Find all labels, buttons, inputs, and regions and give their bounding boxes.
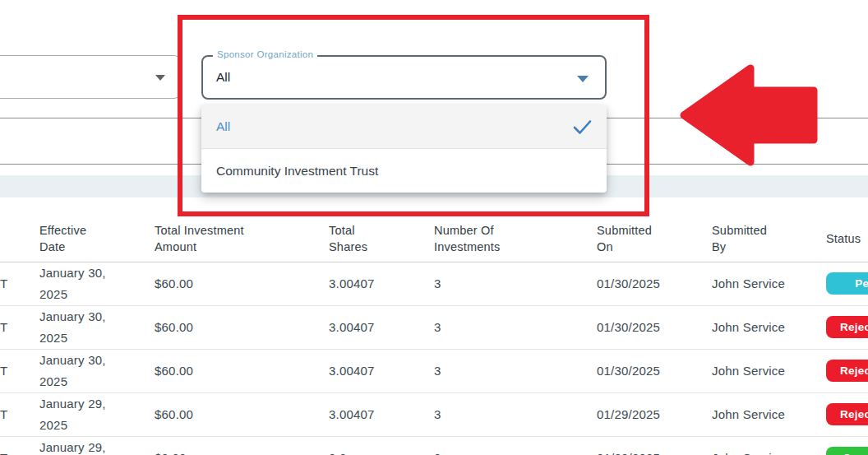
cell-number-of-investments: 0 <box>434 436 597 455</box>
column-header-organization <box>0 216 39 262</box>
cell-submitted-by: John Service <box>712 392 826 436</box>
cell-organization: T <box>0 349 39 392</box>
column-header-total-shares: Total Shares <box>329 216 434 262</box>
cell-organization: T <box>0 305 39 349</box>
cell-number-of-investments: 3 <box>434 392 597 436</box>
column-header-number-of-investments: Number Of Investments <box>434 216 597 262</box>
cell-total-shares: 3.00407 <box>329 392 434 436</box>
table-row[interactable]: T January 30, 2025 $60.00 3.00407 3 01/3… <box>0 305 868 349</box>
cell-number-of-investments: 3 <box>434 262 597 305</box>
cell-number-of-investments: 3 <box>434 305 597 349</box>
table-row[interactable]: T January 29, 2025 $60.00 3.00407 3 01/2… <box>0 392 868 436</box>
chevron-down-icon <box>577 76 589 82</box>
cell-organization: T <box>0 262 39 305</box>
menu-item-community-investment-trust[interactable]: Community Investment Trust <box>201 149 607 193</box>
cell-submitted-by: John Service <box>712 262 826 305</box>
sponsor-organization-select[interactable]: Sponsor Organization All <box>201 55 607 100</box>
cell-effective-date: January 30, 2025 <box>39 305 155 349</box>
table-header-row: Effective Date Total Investment Amount T… <box>0 216 868 262</box>
status-badge: Rejected <box>826 316 868 338</box>
menu-item-label: Community Investment Trust <box>216 164 378 179</box>
checkmark-icon <box>573 119 592 135</box>
table-row[interactable]: T January 30, 2025 $60.00 3.00407 3 01/3… <box>0 349 868 392</box>
column-header-submitted-on: Submitted On <box>597 216 712 262</box>
cell-status: Rejected <box>826 349 868 392</box>
menu-item-label: All <box>216 119 230 134</box>
column-header-effective-date: Effective Date <box>39 216 155 262</box>
cell-total-investment-amount: $0.00 <box>155 436 329 455</box>
cell-total-investment-amount: $60.00 <box>155 305 329 349</box>
investments-table: Effective Date Total Investment Amount T… <box>0 216 868 455</box>
status-badge: Completed <box>826 447 868 455</box>
status-badge: Pending <box>826 272 868 295</box>
status-badge: Rejected <box>826 403 868 425</box>
sponsor-organization-value: All <box>216 70 230 85</box>
page: Effective Date Total Investment Amount T… <box>0 0 868 455</box>
menu-item-all[interactable]: All <box>201 105 607 149</box>
cell-submitted-on: 01/30/2025 <box>597 305 712 349</box>
cell-status: Pending <box>826 262 868 305</box>
cell-total-investment-amount: $60.00 <box>155 392 329 436</box>
cell-status: Rejected <box>826 305 868 349</box>
cell-organization: T <box>0 436 39 455</box>
table-row[interactable]: T January 29, 2025 $0.00 0.2 0 01/29/202… <box>0 436 868 455</box>
cell-total-shares: 0.2 <box>329 436 434 455</box>
cell-submitted-on: 01/29/2025 <box>597 392 712 436</box>
column-header-submitted-by: Submitted By <box>712 216 826 262</box>
cell-total-shares: 3.00407 <box>329 262 434 305</box>
cell-submitted-by: John Service <box>712 305 826 349</box>
table-row[interactable]: T January 30, 2025 $60.00 3.00407 3 01/3… <box>0 262 868 305</box>
cell-effective-date: January 29, 2025 <box>39 392 155 436</box>
cell-organization: T <box>0 392 39 436</box>
annotation-arrow-left-icon <box>677 62 820 169</box>
cell-submitted-on: 01/29/2025 <box>597 436 712 455</box>
cell-total-shares: 3.00407 <box>329 349 434 392</box>
cell-total-investment-amount: $60.00 <box>155 262 329 305</box>
column-header-status: Status <box>826 216 868 262</box>
sponsor-organization-label: Sponsor Organization <box>213 49 317 59</box>
cell-status: Completed <box>826 436 868 455</box>
cell-number-of-investments: 3 <box>434 349 597 392</box>
cell-submitted-on: 01/30/2025 <box>597 349 712 392</box>
cell-total-shares: 3.00407 <box>329 305 434 349</box>
status-badge: Rejected <box>826 360 868 382</box>
cell-effective-date: January 30, 2025 <box>39 262 155 305</box>
cell-total-investment-amount: $60.00 <box>155 349 329 392</box>
filter-dropdown-partial[interactable] <box>0 55 181 99</box>
cell-effective-date: January 29, 2025 <box>39 436 155 455</box>
chevron-down-icon <box>155 75 165 81</box>
cell-effective-date: January 30, 2025 <box>39 349 155 392</box>
column-header-total-investment-amount: Total Investment Amount <box>155 216 329 262</box>
cell-submitted-by: John Service <box>712 349 826 392</box>
sponsor-organization-menu: All Community Investment Trust <box>201 105 607 193</box>
cell-status: Rejected <box>826 392 868 436</box>
cell-submitted-by: John Service <box>712 436 826 455</box>
cell-submitted-on: 01/30/2025 <box>597 262 712 305</box>
